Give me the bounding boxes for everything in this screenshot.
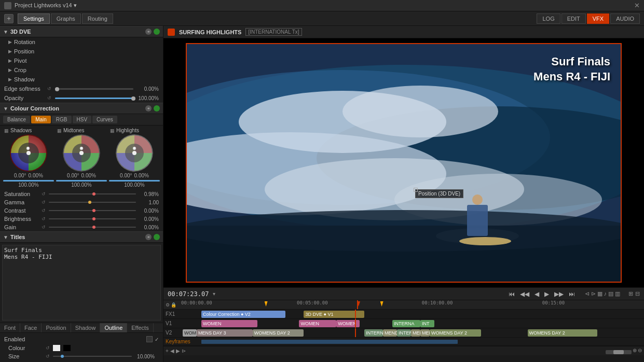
subtab-position[interactable]: Position <box>42 323 71 332</box>
contrast-track[interactable] <box>49 210 136 211</box>
dve-enable-icon[interactable] <box>154 29 160 35</box>
clip-v2-men[interactable]: MEN <box>411 329 420 337</box>
clip-v2-mensday3[interactable]: MENS DAY 3 <box>197 329 253 337</box>
clip-colour-correction[interactable]: Colour Correction ● V2 <box>201 311 285 318</box>
subtab-face[interactable]: Face <box>20 323 42 332</box>
cc-collapse-arrow[interactable]: ▼ <box>3 106 8 112</box>
close-button[interactable]: ✕ <box>634 2 640 9</box>
cc-tab-curves[interactable]: Curves <box>92 116 117 123</box>
midtones-wheel[interactable] <box>63 134 100 172</box>
skip-to-end-button[interactable]: ⏭ <box>567 290 577 298</box>
tl-add-button[interactable]: + <box>166 348 169 354</box>
effects-colour-label: Colour <box>8 345 45 351</box>
cc-tab-rgb[interactable]: RGB <box>52 116 72 123</box>
opacity-slider[interactable] <box>55 98 133 99</box>
edge-softness-reset[interactable]: ↺ <box>47 86 51 91</box>
highlights-slider[interactable]: 100.00% <box>109 180 160 188</box>
add-tab-button[interactable]: + <box>4 14 13 23</box>
cc-tab-main[interactable]: Main <box>31 116 51 123</box>
skip-to-start-button[interactable]: ⏮ <box>507 290 516 298</box>
fullscreen-icon[interactable]: ⊞ <box>628 290 633 297</box>
titles-link-icon[interactable]: ⚭ <box>145 234 152 240</box>
titles-textarea-wrap: Surf Finals Mens R4 - FIJI <box>0 243 163 323</box>
gain-track[interactable] <box>49 227 136 228</box>
cc-tab-balance[interactable]: Balance <box>3 116 30 123</box>
effects-enabled-checkbox[interactable] <box>146 336 153 342</box>
clip-v2-mend1[interactable]: MEND <box>383 329 397 337</box>
cc-link-icon[interactable]: ⚭ <box>145 105 152 112</box>
settings-icon[interactable]: ⊟ <box>635 290 640 297</box>
shadows-slider[interactable]: 100.00% <box>3 180 54 188</box>
tl-next-kf-button[interactable]: ▶ <box>176 348 180 354</box>
step-back-button[interactable]: ◀ <box>533 290 541 298</box>
saturation-track[interactable] <box>49 193 136 194</box>
subtab-outline[interactable]: Outline <box>100 323 127 332</box>
timecode-arrow[interactable]: ▾ <box>213 291 215 297</box>
shadows-wheel[interactable] <box>10 134 47 172</box>
clip-v1-1[interactable]: WOMEN <box>201 320 257 327</box>
cc-enable-icon[interactable] <box>154 105 160 112</box>
subtab-font[interactable]: Font <box>0 323 20 332</box>
midtones-slider[interactable]: 100.00% <box>56 180 107 188</box>
titles-textarea[interactable]: Surf Finals Mens R4 - FIJI <box>2 245 161 321</box>
global-tab-edit[interactable]: EDIT <box>561 13 586 24</box>
clip-v2-womensday2b[interactable]: WOMENS DAY 2 <box>430 329 481 337</box>
global-tab-log[interactable]: LOG <box>537 13 560 24</box>
saturation-reset[interactable]: ↺ <box>42 191 46 197</box>
colour-swatch-black[interactable] <box>63 345 71 351</box>
subtab-shadow[interactable]: Shadow <box>71 323 101 332</box>
edge-softness-slider[interactable] <box>55 88 133 90</box>
layout2-icon[interactable]: ▥ <box>615 290 620 297</box>
timeline-lock-icon[interactable]: 🔒 <box>171 302 176 308</box>
clip-v2-womensday2a[interactable]: WOMENS DAY 2 <box>253 329 304 337</box>
titles-collapse-arrow[interactable]: ▼ <box>3 234 8 240</box>
tab-graphs[interactable]: Graphs <box>51 13 81 24</box>
play-button[interactable]: ▶ <box>543 290 551 298</box>
clip-v2-womensday2c[interactable]: WOMENS DAY 2 <box>528 329 598 337</box>
brightness-track[interactable] <box>49 218 136 219</box>
audio-icon[interactable]: ♪ <box>604 290 607 297</box>
mark-out-icon[interactable]: ⊳ <box>591 290 596 297</box>
keyframes-bar[interactable] <box>201 340 458 344</box>
cc-section-header: ▼ Colour Correction ⚭ <box>0 103 163 114</box>
step-forward-button[interactable]: ▶▶ <box>553 290 565 298</box>
gamma-reset[interactable]: ↺ <box>42 200 46 205</box>
gain-reset[interactable]: ↺ <box>42 225 46 230</box>
dve-link-icon[interactable]: ⚭ <box>145 29 152 35</box>
tl-end-button[interactable]: ⊳ <box>182 348 186 354</box>
colour-swatch[interactable] <box>53 345 60 351</box>
rewind-fast-button[interactable]: ◀◀ <box>518 290 531 298</box>
tab-settings[interactable]: Settings <box>18 13 50 24</box>
opacity-reset[interactable]: ↺ <box>47 95 51 101</box>
timeline-playhead[interactable] <box>357 300 358 309</box>
cc-tab-hsv[interactable]: HSV <box>73 116 92 123</box>
timeline-settings-icon[interactable]: ⚙ <box>166 302 170 308</box>
clip-v1-4[interactable]: INTERNA <box>392 320 420 327</box>
subtab-effects[interactable]: Effects <box>127 323 153 332</box>
layout-icon[interactable]: ▤ <box>608 290 613 297</box>
contrast-reset[interactable]: ↺ <box>42 208 46 213</box>
clip-v2-wom[interactable]: WOM <box>183 329 197 337</box>
mark-in-icon[interactable]: ⊲ <box>585 290 590 297</box>
clip-v2-interna1[interactable]: INTERNA <box>364 329 383 337</box>
effects-size-track[interactable] <box>53 356 132 357</box>
effects-section: Enabled ✓ Colour ↺ Size ↺ 10.00% <box>0 333 163 362</box>
gamma-track[interactable] <box>49 202 136 203</box>
clip-v1-3[interactable]: WOMEN <box>336 320 360 327</box>
zoom-bar[interactable] <box>606 350 632 354</box>
titles-enable-icon[interactable] <box>154 234 160 240</box>
highlights-wheel[interactable] <box>116 134 153 172</box>
brightness-reset[interactable]: ↺ <box>42 216 46 221</box>
clip-v2-interna2[interactable]: INTERNA <box>397 329 411 337</box>
global-tab-vfx[interactable]: VFX <box>587 13 609 24</box>
clip-v1-2[interactable]: WOMEN <box>299 320 336 327</box>
global-tab-audio[interactable]: AUDIO <box>610 13 640 24</box>
tl-prev-kf-button[interactable]: ◀ <box>170 348 174 354</box>
zoom-out-button[interactable]: ⊖ <box>638 347 642 354</box>
video-grid-icon[interactable]: ▦ <box>597 290 602 297</box>
clip-v2-mend2[interactable]: MEND <box>420 329 430 337</box>
clip-v1-5[interactable]: INT <box>420 320 434 327</box>
zoom-in-button[interactable]: ⊕ <box>633 347 637 354</box>
tab-routing[interactable]: Routing <box>82 13 113 24</box>
dve-collapse-arrow[interactable]: ▼ <box>3 29 8 35</box>
